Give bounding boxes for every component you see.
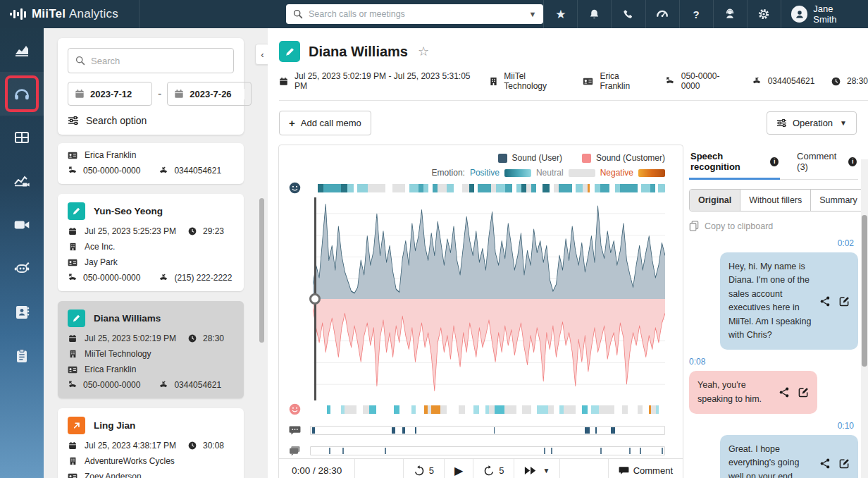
sidebar-item-call-table[interactable] bbox=[0, 116, 44, 159]
call-contact: Erica Franklin bbox=[85, 364, 136, 374]
tab-comment[interactable]: Comment (3) i bbox=[795, 145, 858, 179]
sidebar-item-contacts[interactable] bbox=[0, 290, 44, 334]
date-from-input[interactable] bbox=[90, 89, 145, 99]
sidebar-item-calls[interactable] bbox=[0, 72, 44, 116]
support-button[interactable] bbox=[713, 0, 747, 28]
call-card[interactable]: Ling Jian Jul 25, 2023 4:38:17 PM 30:08 … bbox=[58, 408, 244, 478]
call-phone-customer: (215) 222-2222 bbox=[174, 273, 232, 283]
playhead[interactable] bbox=[314, 197, 316, 400]
share-icon[interactable] bbox=[820, 296, 830, 307]
search-option-button[interactable]: Search option bbox=[68, 115, 234, 126]
call-duration: 29:23 bbox=[203, 226, 224, 236]
sidebar-item-ai-assistant[interactable] bbox=[0, 247, 44, 290]
playhead-knob[interactable] bbox=[309, 293, 321, 305]
forward-5-button[interactable]: 5 bbox=[473, 459, 514, 478]
sidebar-item-analytics[interactable] bbox=[0, 28, 44, 72]
calendar-icon bbox=[75, 89, 85, 99]
sidebar-item-video[interactable] bbox=[0, 203, 44, 247]
top-navigation-bar: MiiTel Analytics ▼ ★ ? Jane Smi bbox=[0, 0, 868, 28]
plus-icon: + bbox=[289, 117, 295, 129]
player-spacer bbox=[354, 459, 402, 478]
gauge-icon bbox=[656, 8, 669, 20]
play-button[interactable]: ▶ bbox=[444, 459, 473, 478]
contact-card-icon bbox=[68, 366, 78, 374]
page-scrollbar-thumb[interactable] bbox=[862, 215, 867, 367]
phone-button[interactable] bbox=[611, 0, 645, 28]
user-menu[interactable]: Jane Smith bbox=[781, 0, 868, 28]
help-button[interactable]: ? bbox=[679, 0, 713, 28]
call-duration: 28:30 bbox=[203, 333, 224, 343]
list-search-input[interactable] bbox=[91, 56, 226, 66]
list-scrollbar[interactable] bbox=[259, 198, 264, 343]
double-speech-bubble-icon bbox=[287, 446, 302, 456]
phone-icon bbox=[623, 8, 635, 20]
app-logo[interactable]: MiiTel Analytics bbox=[0, 0, 140, 28]
legend-neutral: Neutral bbox=[536, 168, 564, 178]
favorite-star-icon[interactable]: ☆ bbox=[418, 44, 429, 59]
call-detail-main: Diana Williams ☆ Jul 25, 2023 5:02:19 PM… bbox=[268, 28, 868, 478]
dashboard-button[interactable] bbox=[645, 0, 679, 28]
pencil-icon bbox=[72, 314, 81, 323]
call-phone-customer: 0344054621 bbox=[174, 166, 221, 176]
star-icon: ★ bbox=[555, 7, 566, 22]
edit-icon[interactable] bbox=[798, 387, 809, 398]
info-icon[interactable]: i bbox=[848, 157, 857, 166]
headphones-icon bbox=[13, 85, 31, 103]
call-card[interactable]: Yun-Seo Yeong Jul 25, 2023 5:25:23 PM 29… bbox=[58, 194, 244, 291]
settings-button[interactable] bbox=[747, 0, 781, 28]
playback-speed-button[interactable]: ▼ bbox=[514, 459, 559, 478]
subtab-without-fillers[interactable]: Without fillers bbox=[740, 190, 810, 211]
rewind-5-button[interactable]: 5 bbox=[403, 459, 444, 478]
edit-icon[interactable] bbox=[839, 296, 850, 307]
search-icon bbox=[75, 56, 85, 66]
forward-icon bbox=[483, 465, 495, 477]
page-scrollbar[interactable] bbox=[861, 159, 868, 478]
subtab-summary[interactable]: Summary bbox=[810, 190, 865, 211]
share-icon[interactable] bbox=[779, 387, 789, 398]
sidebar-item-tasks[interactable] bbox=[0, 334, 44, 378]
waveform-chart[interactable] bbox=[313, 197, 665, 400]
copy-to-clipboard-button[interactable]: Copy to clipboard bbox=[689, 221, 858, 231]
calendar-icon bbox=[68, 227, 78, 235]
positive-gradient-swatch bbox=[504, 169, 531, 177]
sliders-icon bbox=[776, 118, 787, 128]
global-search-input[interactable] bbox=[309, 9, 523, 19]
company-name: MiiTel Technology bbox=[504, 71, 566, 91]
call-name: Yun-Seo Yeong bbox=[94, 206, 163, 216]
waveform-card: Sound (User) Sound (Customer) Emotion: P… bbox=[278, 145, 683, 478]
notifications-button[interactable] bbox=[577, 0, 611, 28]
comment-button[interactable]: Comment bbox=[608, 459, 683, 478]
contact-name: Erica Franklin bbox=[600, 71, 648, 91]
user-name: Jane Smith bbox=[813, 4, 858, 25]
keyword-marker-track bbox=[310, 426, 665, 435]
search-scope-caret-icon[interactable]: ▼ bbox=[528, 10, 536, 18]
phone-outgoing-icon bbox=[68, 274, 78, 283]
call-contact: Erica Franklin bbox=[85, 150, 136, 160]
date-to-field[interactable] bbox=[167, 82, 252, 106]
operation-button[interactable]: Operation ▼ bbox=[767, 111, 857, 135]
call-company: MiiTel Technology bbox=[85, 349, 151, 359]
legend-negative: Negative bbox=[600, 168, 633, 178]
date-to-input[interactable] bbox=[190, 89, 244, 99]
company-icon bbox=[68, 350, 78, 358]
call-card-partial[interactable]: Erica Franklin 050-0000-0000 0344054621 bbox=[58, 143, 244, 184]
call-duration: 30:08 bbox=[203, 441, 224, 451]
call-phone-customer: 0344054621 bbox=[174, 380, 221, 390]
call-type-badge bbox=[68, 202, 85, 220]
tab-speech-recognition[interactable]: Speech recognition i bbox=[689, 145, 780, 179]
phone-incoming-icon bbox=[159, 381, 168, 390]
call-card-selected[interactable]: Diana Williams Jul 25, 2023 5:02:19 PM 2… bbox=[58, 301, 244, 398]
date-from-field[interactable] bbox=[68, 82, 152, 106]
video-camera-icon bbox=[13, 216, 31, 234]
phone-incoming-icon bbox=[159, 166, 168, 176]
add-call-memo-button[interactable]: + Add call memo bbox=[279, 111, 371, 135]
info-icon[interactable]: i bbox=[770, 157, 779, 166]
legend-sound-user: Sound (User) bbox=[512, 153, 562, 163]
favorites-button[interactable]: ★ bbox=[543, 0, 577, 28]
collapse-panel-button[interactable]: ‹ bbox=[255, 44, 268, 65]
message-bubble-customer: Yeah, you're speaking to him. bbox=[689, 371, 817, 414]
share-icon[interactable] bbox=[820, 458, 830, 469]
edit-icon[interactable] bbox=[839, 458, 850, 469]
sidebar-item-meeting-analytics[interactable] bbox=[0, 159, 44, 203]
subtab-original[interactable]: Original bbox=[690, 190, 740, 211]
